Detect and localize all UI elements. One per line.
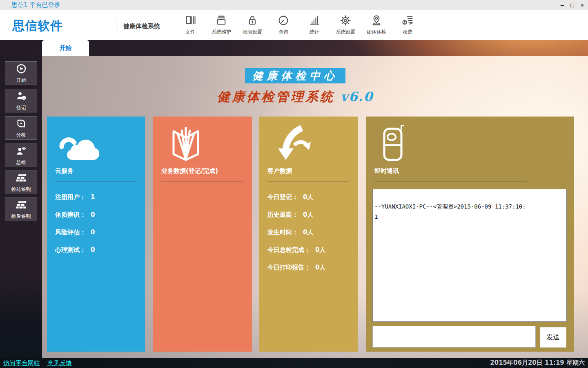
banner-subtitle-text: 健康体检管理系统 [217, 89, 335, 104]
stat-value: 0 [91, 229, 95, 236]
toolbar-item-query[interactable]: 查询 [268, 13, 299, 38]
stat-value: 0人 [303, 229, 313, 236]
stat-label: 今日打印报告： [267, 264, 310, 272]
header-divider [116, 18, 116, 33]
coin-list-icon [401, 13, 414, 28]
banner-title: 健康体检中心 [245, 68, 345, 83]
app-logo: 思信软件 [12, 18, 63, 34]
title-bar: 思信1 平台已登录 – □ ✕ [0, 0, 588, 10]
bar-chart-icon [308, 13, 321, 28]
card-divider [55, 182, 137, 182]
bricks-eye-icon [16, 172, 27, 185]
person-eye-icon [16, 145, 27, 158]
toolbar-item-group-checkup[interactable]: 团体体检 [361, 13, 392, 38]
person-add-icon [16, 90, 27, 103]
stat-row: 今日打印报告：0人 [267, 264, 350, 272]
close-button[interactable]: ✕ [581, 0, 584, 10]
system-label: 健康体检系统 [123, 22, 160, 30]
banner-subtitle: 健康体检管理系统v6.0 [42, 88, 548, 105]
curved-arrow-icon [267, 124, 350, 165]
maximize-button[interactable]: □ [570, 0, 574, 10]
sidebar-item-pre-checkin[interactable]: 检前签到 [5, 171, 37, 194]
sidebar-item-label: 检前签到 [11, 186, 31, 193]
tab-start[interactable]: 开始 [42, 40, 89, 56]
toolbar-item-settings[interactable]: 系统设置 [330, 13, 361, 38]
gauge-icon [277, 13, 290, 28]
card-title: 业务数据(登记/完成) [161, 167, 244, 175]
app-window: 思信1 平台已登录 – □ ✕ 思信软件 健康体检系统 文件 系统维护 [0, 0, 588, 368]
card-instant-messaging: 即时通讯 --YUANXIAOXI-PC--<管理员>2015-06-09 11… [366, 117, 574, 352]
main-content: 健康体检中心 健康体检管理系统v6.0 云服务 注册用户：1 体质辨识：0 风险… [42, 56, 588, 358]
stack-icon [215, 13, 227, 28]
card-title: 即时通讯 [374, 167, 566, 175]
card-divider [374, 182, 527, 182]
stat-value: 0人 [315, 246, 325, 254]
sidebar-item-post-checkin[interactable]: 检后签到 [5, 197, 37, 221]
stat-value: 0人 [303, 211, 313, 219]
toolbar-item-statistics[interactable]: 统计 [299, 13, 330, 38]
status-datetime: 2015年06月20日 11:19 星期六 [490, 359, 585, 367]
sidebar-item-triage[interactable]: 分检 [5, 116, 37, 140]
stat-row: 今日总检完成：0人 [267, 246, 350, 254]
gear-icon [339, 13, 352, 28]
sidebar-item-label: 登记 [16, 104, 26, 111]
bricks-eye-icon [16, 199, 27, 212]
stat-label: 历史最高： [267, 211, 298, 219]
card-business-data: 业务数据(登记/完成) [153, 117, 252, 352]
chat-message-area[interactable]: --YUANXIAOXI-PC--<管理员>2015-06-09 11:37:1… [372, 189, 567, 322]
status-links: 访问平台网站 意见反馈 [3, 359, 72, 367]
files-icon [184, 13, 196, 28]
sidebar-item-final-check[interactable]: 总检 [5, 144, 37, 167]
visit-platform-link[interactable]: 访问平台网站 [3, 359, 40, 367]
chat-message: 1 [374, 212, 564, 222]
sidebar: 开始 登记 分检 总检 检前签到 [0, 40, 42, 358]
sidebar-item-label: 分检 [16, 132, 26, 139]
stat-value: 1 [91, 193, 95, 201]
card-divider [161, 182, 243, 182]
stat-label: 今日总检完成： [267, 246, 310, 254]
mobile-phone-icon [374, 124, 566, 165]
minimize-button[interactable]: – [561, 0, 564, 10]
chat-message: --YUANXIAOXI-PC--<管理员>2015-06-09 11:37:1… [374, 202, 564, 212]
card-customer-data: 客户数据 今日登记：0人 历史最高：0人 发生时间：0人 今日总检完成：0人 今… [259, 117, 358, 352]
stat-row: 体质辨识：0 [55, 211, 137, 219]
toolbar-item-label: 文件 [185, 29, 195, 36]
toolbar-item-label: 权限设置 [243, 29, 262, 36]
toolbar-item-label: 团体体检 [367, 29, 386, 36]
toolbar-item-label: 收费 [403, 29, 412, 36]
chat-input[interactable] [372, 326, 536, 348]
stat-row: 今日登记：0人 [267, 193, 350, 201]
sidebar-item-label: 检后签到 [11, 213, 31, 220]
toolbar-item-system-maintenance[interactable]: 系统维护 [206, 13, 237, 38]
stat-label: 体质辨识： [55, 211, 86, 219]
toolbar-item-file[interactable]: 文件 [175, 13, 206, 38]
card-divider [267, 182, 349, 182]
stat-row: 发生时间：0人 [267, 229, 350, 236]
toolbar-item-permissions[interactable]: 权限设置 [237, 13, 268, 38]
banner: 健康体检中心 健康体检管理系统v6.0 [42, 68, 548, 105]
cloud-icon [55, 124, 137, 165]
lock-icon [246, 13, 258, 28]
toolbar-item-label: 统计 [310, 29, 319, 36]
card-stats: 注册用户：1 体质辨识：0 风险评估：0 心理测试：0 [55, 193, 137, 254]
card-stats: 今日登记：0人 历史最高：0人 发生时间：0人 今日总检完成：0人 今日打印报告… [267, 193, 350, 272]
status-bar: 访问平台网站 意见反馈 2015年06月20日 11:19 星期六 [0, 358, 588, 368]
sidebar-item-label: 总检 [16, 159, 26, 166]
send-button[interactable]: 发送 [540, 327, 566, 348]
play-circle-icon [16, 63, 27, 76]
stat-label: 发生时间： [267, 229, 298, 236]
map-pin-icon [370, 13, 383, 28]
card-title: 云服务 [55, 167, 137, 175]
stat-label: 风险评估： [55, 229, 86, 236]
sidebar-item-start[interactable]: 开始 [5, 61, 37, 85]
stat-row: 风险评估：0 [55, 229, 137, 236]
stat-row: 心理测试：0 [55, 246, 137, 254]
open-book-icon [161, 124, 244, 165]
sidebar-item-label: 开始 [16, 77, 26, 84]
sidebar-item-register[interactable]: 登记 [5, 89, 37, 112]
feedback-link[interactable]: 意见反馈 [47, 359, 72, 367]
stat-value: 0 [91, 246, 95, 254]
stat-row: 历史最高：0人 [267, 211, 350, 219]
toolbar-item-fees[interactable]: 收费 [392, 13, 423, 38]
toolbar-item-label: 系统维护 [212, 29, 231, 36]
